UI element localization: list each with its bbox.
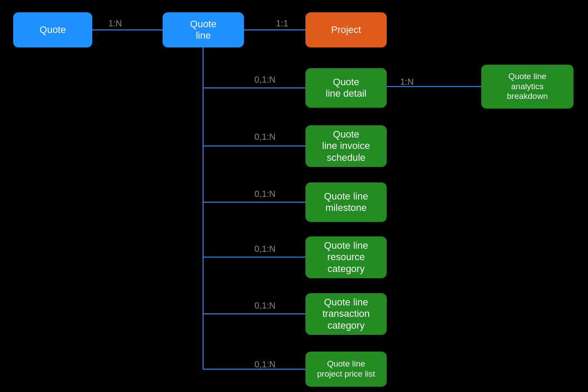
project-node: Project [305,12,387,47]
label-quote-to-quoteline: 1:N [102,18,128,29]
quote-line-analytics-node: Quote line analytics breakdown [481,65,573,109]
quote-line-price-label: Quote line project price list [317,359,375,379]
quote-line-invoice-label: Quote line invoice schedule [322,129,370,163]
quote-line-node: Quote line [163,12,244,47]
quote-line-node-label: Quote line [190,18,217,42]
label-quoteline-to-invoice: 0,1:N [247,132,283,142]
quote-line-transaction-label: Quote line transaction category [323,297,370,331]
quote-node: Quote [13,12,92,47]
label-detail-to-analytics: 1:N [394,77,420,87]
project-node-label: Project [331,24,361,36]
quote-line-price-node: Quote line project price list [305,352,387,387]
quote-line-detail-node: Quote line detail [305,68,387,108]
quote-line-detail-label: Quote line detail [326,76,367,100]
label-quoteline-to-price: 0,1:N [247,359,283,370]
quote-line-milestone-node: Quote line milestone [305,182,387,222]
quote-line-transaction-node: Quote line transaction category [305,293,387,335]
quote-line-milestone-label: Quote line milestone [324,191,368,214]
label-quoteline-to-project: 1:1 [269,18,295,29]
diagram-container: Quote Quote line Project Quote line deta… [0,0,588,392]
label-quoteline-to-transaction: 0,1:N [247,301,283,311]
connector-lines [0,0,588,392]
quote-line-resource-label: Quote line resource category [324,240,368,275]
label-quoteline-to-detail: 0,1:N [247,75,283,85]
quote-node-label: Quote [40,24,66,36]
label-quoteline-to-resource: 0,1:N [247,244,283,254]
label-quoteline-to-milestone: 0,1:N [247,189,283,199]
quote-line-invoice-node: Quote line invoice schedule [305,125,387,167]
quote-line-resource-node: Quote line resource category [305,236,387,278]
quote-line-analytics-label: Quote line analytics breakdown [507,72,548,102]
